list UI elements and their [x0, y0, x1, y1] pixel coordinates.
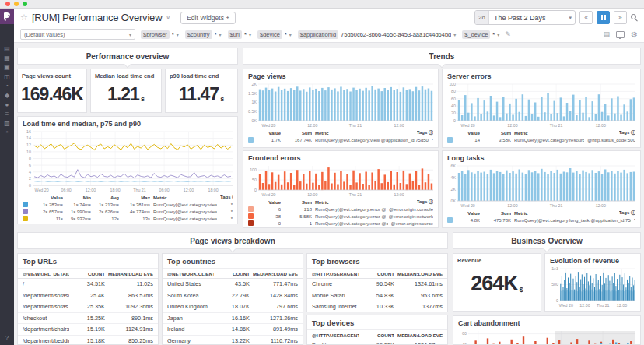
legend-row[interactable]: 385.58KRumQuery[@evt.category:error @app… [248, 213, 433, 220]
chevron-down-icon[interactable]: ∨ [166, 14, 170, 21]
table-row[interactable]: Desktop96.55K1324.57ms [307, 340, 447, 345]
legend-row[interactable]: 2s 657ms1s 990ms2s 626ms4s 774msRumQuery… [23, 208, 233, 215]
table-row[interactable]: /department/sofas25.35K1092.36ms [18, 301, 158, 313]
table-row[interactable]: United Kingdom18.07K797.6ms [163, 301, 303, 313]
load-time-chart[interactable]: 0246810121416Wed 2006:0012:0018:00Thu 21… [20, 129, 235, 193]
svg-text:12:00: 12:00 [507, 203, 517, 208]
chip-caret-icon: ▾ [289, 32, 292, 37]
security-icon[interactable]: * [0, 128, 14, 138]
frontend-errors-chart[interactable]: 050100Wed 2012:00Thu 2112:00 [246, 164, 436, 198]
svg-text:0K: 0K [252, 118, 257, 123]
svg-text:0: 0 [453, 118, 456, 123]
chip-value: * [215, 31, 217, 38]
table-row[interactable]: Samsung Internet10.33K1377ms [307, 301, 447, 312]
variable-chip-applicationId[interactable]: $applicationId75d50c62-8b66-465c-a453-aa… [298, 30, 457, 39]
zoom-search-icon[interactable] [631, 14, 638, 21]
filterbar-right-icons: ▤ ⚙ [604, 30, 638, 39]
variable-chip-device[interactable]: $device*▾ [257, 30, 292, 39]
pause-button[interactable] [597, 11, 610, 24]
table-row[interactable]: South Korea22.79K1428.84ms [163, 290, 303, 302]
default-values-select[interactable]: (Default values) ▾ [20, 29, 135, 40]
dashboards-icon[interactable]: ▦ [0, 54, 14, 63]
legend-swatch [447, 217, 453, 223]
widget-cart-abandonment: Cart abandonment 0204060Wed 2012:00Thu 2… [453, 315, 641, 345]
time-range-caret-icon: ▾ [569, 15, 575, 21]
legend-row[interactable]: 11s9s 932ms12s13sRumQuery[@evt.category:… [23, 215, 233, 222]
legend-row[interactable]: 143.58KRumQuery[@evt.category:resource @… [447, 136, 635, 143]
server-errors-chart[interactable]: 020406080100Wed 2012:00Thu 2112:00 [445, 82, 638, 128]
edit-widgets-button[interactable]: Edit Widgets + [180, 12, 236, 24]
events-icon[interactable]: ▤ [0, 44, 14, 54]
tv-mode-icon[interactable] [616, 31, 625, 38]
chip-caret-icon: ▾ [497, 32, 499, 37]
notebook-list-icon[interactable]: ▤ [604, 30, 611, 38]
revenue-evolution-chart[interactable]: 05001e3Wed 2012:00Thu 2112:00 [548, 266, 638, 308]
table-header-row: @VIEW.URL_DETAILS.PATHCOUNTMEDIAN:LOAD E… [18, 269, 158, 279]
time-backward-button[interactable]: « [579, 11, 593, 24]
minimize-window-button[interactable] [14, 2, 19, 6]
legend-header: ValueSumMetricTags ⓘ [447, 129, 635, 136]
legend-row[interactable]: 1.7K167.74KRumQuery[@evt.category:view @… [248, 136, 433, 143]
widget-top-browsers: Top browsers@HTTP.USERAGENT_DCOUNTMEDIAN… [306, 253, 448, 312]
variable-chip-browser[interactable]: $browser*▾ [141, 30, 179, 39]
favorite-star-icon[interactable]: ☆ [20, 13, 28, 22]
widget-server-errors: Server errors 020406080100Wed 2012:00Thu… [442, 69, 641, 148]
close-window-button[interactable] [5, 2, 10, 6]
table-row[interactable]: Japan16.16K1271.26ms [163, 313, 303, 325]
svg-text:10: 10 [26, 150, 31, 154]
logs-icon[interactable]: ▥ [0, 119, 14, 128]
legend-row[interactable]: 4.8K475.78KRumQuery[@evt.category:long_t… [447, 217, 635, 224]
apm-icon[interactable]: ● [0, 100, 14, 110]
widget-top-countries: Top countries@NETWORK.CLIENT.GEOIPCOUNTM… [162, 253, 303, 345]
time-range-picker[interactable]: 2d The Past 2 Days ▾ [474, 10, 576, 25]
table-row[interactable]: /34.51K11.02s [18, 279, 158, 290]
template-variable-bar: (Default values) ▾ $browser*▾$country*▾$… [14, 26, 644, 43]
integrations-icon[interactable]: ◆ [0, 91, 14, 100]
group-page-views-breakdown[interactable]: Page views breakdown [17, 232, 448, 249]
variable-chip-country[interactable]: $country*▾ [185, 30, 222, 39]
datadog-logo-icon[interactable] [0, 9, 14, 24]
table-row[interactable]: /checkout15.25K890.1ms [18, 313, 158, 325]
help-icon[interactable]: ? [0, 334, 14, 341]
legend-row[interactable]: 01RumQuery[@evt.category:error @applicat… [248, 220, 433, 227]
svg-text:1.5K: 1.5K [248, 91, 257, 96]
svg-text:12:00: 12:00 [307, 192, 317, 197]
table-row[interactable]: /department/chairs15.19K1124.91ms [18, 324, 158, 336]
svg-text:06:00: 06:00 [159, 188, 169, 192]
monitors-icon[interactable]: ◫ [0, 72, 14, 82]
legend-swatch [248, 206, 254, 212]
variable-chip-url[interactable]: $url*▾ [228, 30, 251, 39]
metrics-icon[interactable]: ◔ [0, 82, 14, 91]
svg-text:60: 60 [451, 97, 456, 101]
table-row[interactable]: Germany13.22K1110.72ms [163, 336, 303, 345]
cart-abandonment-chart[interactable]: 0204060Wed 2012:00Thu 2112:00 [456, 329, 638, 345]
time-forward-button[interactable]: » [614, 11, 627, 24]
variable-chip-_device[interactable]: $_device*▾ [462, 30, 499, 39]
default-values-label: (Default values) [24, 31, 65, 38]
maximize-window-button[interactable] [23, 2, 27, 6]
table-row[interactable]: /department/sofas/pro25.4K863.57ms [18, 290, 158, 302]
table-row[interactable]: Ireland14.86K891.49ms [163, 324, 303, 336]
notebooks-icon[interactable]: ≡ [0, 110, 14, 119]
group-business-overview[interactable]: Business Overview [453, 232, 641, 249]
infrastructure-icon[interactable]: ▣ [0, 63, 14, 72]
group-performance-overview[interactable]: Performance overview [17, 48, 238, 65]
group-title: Trends [429, 52, 455, 61]
table-row[interactable]: /department/bedding/p15.18K850.25ms [18, 336, 158, 345]
svg-text:12:00: 12:00 [394, 123, 404, 128]
long-tasks-chart[interactable]: 0K2K4K6KWed 2012:00Thu 2112:00 [445, 164, 638, 209]
svg-text:14: 14 [26, 136, 31, 140]
group-title: Business Overview [511, 237, 583, 245]
table-row[interactable]: Mobile Safari54.83K953.6ms [307, 290, 447, 302]
stat-label: Median load time end [91, 69, 161, 79]
legend-row[interactable]: 1s 283ms1s 74ms1s 213ms1s 381msRumQuery[… [23, 201, 233, 208]
table-row[interactable]: Chrome96.54K1324.61ms [307, 279, 447, 290]
page-views-chart[interactable]: 0K0.5K1K1.5K2KWed 2012:00Thu 2112:00 [246, 82, 436, 128]
stat-label: Revenue [453, 254, 541, 264]
table-row[interactable]: United States43.5K771.47ms [163, 279, 303, 290]
legend-row[interactable]: 6218RumQuery[@evt.category:error @applic… [248, 206, 433, 213]
svg-text:Wed 20: Wed 20 [261, 192, 275, 197]
settings-gear-icon[interactable]: ⚙ [631, 30, 638, 39]
edit-variables-pencil-icon[interactable]: ✎ [505, 30, 511, 38]
group-trends[interactable]: Trends [243, 48, 641, 65]
